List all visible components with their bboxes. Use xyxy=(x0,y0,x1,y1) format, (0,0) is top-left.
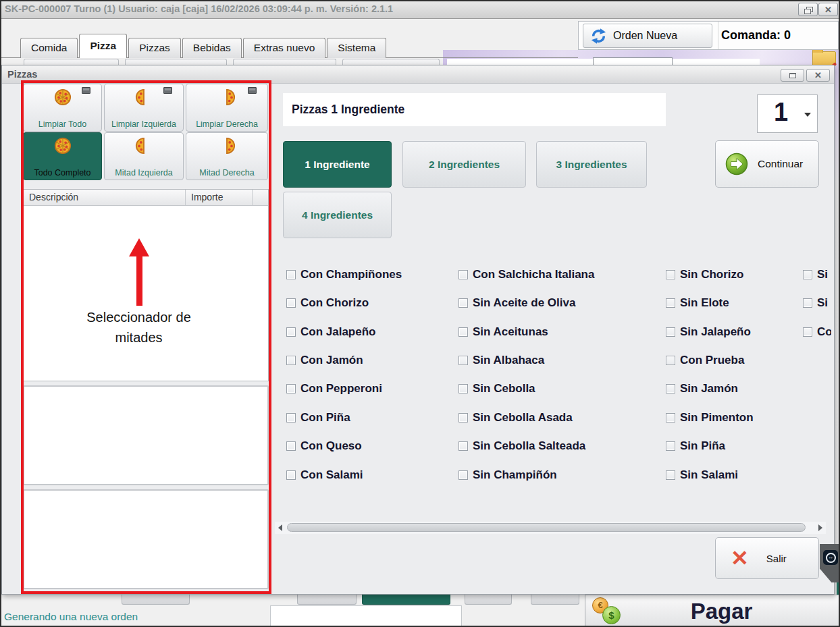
ingredient-checkbox-item[interactable]: Si xyxy=(803,296,831,310)
ingredient-checkbox-item[interactable]: Con Salami xyxy=(286,468,363,483)
checkbox-icon[interactable] xyxy=(666,327,675,337)
category-tab-2-ingredientes[interactable]: 2 Ingredientes xyxy=(402,141,526,188)
todo-completo-button[interactable]: Todo Completo xyxy=(23,132,102,180)
orden-nueva-label: Orden Nueva xyxy=(613,30,677,42)
checkbox-icon[interactable] xyxy=(286,470,296,480)
ingredient-checkbox-item[interactable]: Sin Aceitunas xyxy=(458,325,548,339)
order-items-table[interactable]: Descripción Importe xyxy=(23,189,269,381)
ingredient-checkbox-item[interactable]: Co xyxy=(803,325,831,339)
category-tab-3-ingredientes[interactable]: 3 Ingredientes xyxy=(536,141,647,188)
checkbox-icon[interactable] xyxy=(286,384,296,393)
tab-comida[interactable]: Comida xyxy=(20,38,78,58)
checkbox-icon[interactable] xyxy=(286,441,296,451)
tab-pizzas[interactable]: Pizzas xyxy=(128,38,181,58)
mitad-derecha-button[interactable]: Mitad Derecha xyxy=(186,132,268,180)
checkbox-icon[interactable] xyxy=(666,441,675,451)
horizontal-scrollbar[interactable] xyxy=(275,522,826,534)
scrollbar-thumb[interactable] xyxy=(287,523,806,532)
ingredient-checkbox-item[interactable]: Sin Aceite de Oliva xyxy=(458,296,575,310)
checkbox-icon[interactable] xyxy=(666,384,675,393)
ingredient-checkbox-item[interactable]: Con Champiñones xyxy=(286,267,402,282)
checkbox-icon[interactable] xyxy=(666,270,675,279)
ingredient-checkbox-item[interactable]: Con Queso xyxy=(286,439,362,454)
mitad-izquierda-button[interactable]: Mitad Izquierda xyxy=(104,132,184,180)
ingredient-checkbox-item[interactable]: Con Jalapeño xyxy=(286,325,375,339)
quantity-dropdown[interactable]: 1 xyxy=(757,94,818,133)
ingredient-checkbox-item[interactable]: Sin Cebolla Salteada xyxy=(458,439,585,454)
scroll-right-arrow[interactable] xyxy=(815,522,826,534)
tab-bebidas[interactable]: Bebidas xyxy=(182,38,242,58)
column-header-extra xyxy=(253,190,268,205)
checkbox-icon[interactable] xyxy=(458,470,468,480)
orden-nueva-button[interactable]: Orden Nueva xyxy=(583,24,712,48)
ingredient-checkbox-item[interactable]: Con Pepperoni xyxy=(286,381,382,396)
window-restore-button[interactable] xyxy=(798,3,818,16)
ingredient-label: Sin Cebolla Asada xyxy=(473,411,573,425)
tab-sistema[interactable]: Sistema xyxy=(327,38,386,58)
checkbox-icon[interactable] xyxy=(286,270,296,279)
tab-extras-nuevo[interactable]: Extras nuevo xyxy=(243,38,325,58)
checkbox-icon[interactable] xyxy=(458,356,468,365)
tab-pizza[interactable]: Pizza xyxy=(79,34,127,58)
ingredient-checkbox-item[interactable]: Con Piña xyxy=(286,410,350,425)
ingredient-checkbox-item[interactable]: Sin Jamón xyxy=(666,381,738,396)
ingredient-checkbox-item[interactable]: Sin Champiñón xyxy=(458,468,557,483)
left-half-list-box[interactable] xyxy=(23,385,269,485)
dialog-close-button[interactable]: ✕ xyxy=(806,69,830,82)
ingredient-checkbox-item[interactable]: Sin Chorizo xyxy=(666,267,743,282)
ingredient-checkbox-item[interactable]: Con Jamón xyxy=(286,353,363,368)
ingredient-checkbox-item[interactable]: Sin Salami xyxy=(666,468,738,483)
chevron-down-icon[interactable] xyxy=(804,113,811,117)
right-half-list-box[interactable] xyxy=(23,489,269,589)
checkbox-icon[interactable] xyxy=(286,327,296,337)
ingredient-checkbox-item[interactable]: Con Salchicha Italiana xyxy=(458,267,594,282)
dialog-maximize-button[interactable] xyxy=(781,69,804,82)
limpiar-izquierda-button[interactable]: Limpiar Izquierda xyxy=(104,84,184,132)
ingredient-label: Sin Cebolla xyxy=(473,382,535,396)
checkbox-icon[interactable] xyxy=(458,441,468,451)
column-header-importe[interactable]: Importe xyxy=(186,190,253,205)
column-header-descripcion[interactable]: Descripción xyxy=(24,190,186,205)
ingredient-checkbox-item[interactable]: Con Prueba xyxy=(666,353,744,368)
checkbox-icon[interactable] xyxy=(286,298,296,308)
pagar-button[interactable]: € $ Pagar xyxy=(585,595,840,627)
checkbox-icon[interactable] xyxy=(286,356,296,365)
folder-edit-icon[interactable] xyxy=(812,51,836,66)
checkbox-icon[interactable] xyxy=(666,413,675,422)
checkbox-icon[interactable] xyxy=(666,298,675,308)
scrollbar-track[interactable] xyxy=(286,523,815,533)
ingredient-label: Sin Aceite de Oliva xyxy=(473,296,575,310)
window-close-button[interactable]: ✕ xyxy=(818,3,838,16)
category-tab-1-ingrediente[interactable]: 1 Ingrediente xyxy=(283,141,392,188)
ingredient-checkbox-item[interactable]: Sin Pimenton xyxy=(666,410,754,425)
checkbox-icon[interactable] xyxy=(666,470,675,480)
ingredient-checkbox-item[interactable]: Sin Cebolla Asada xyxy=(458,410,573,425)
ingredient-label: Sin Pimenton xyxy=(680,411,754,425)
ingredient-checkbox-item[interactable]: Sin Cebolla xyxy=(458,381,535,396)
checkbox-icon[interactable] xyxy=(458,413,468,422)
background-panel-edge xyxy=(835,50,840,595)
checkbox-icon[interactable] xyxy=(458,327,468,337)
ingredient-checkbox-item[interactable]: Sin Albahaca xyxy=(458,353,544,368)
pizza-full-icon xyxy=(54,137,72,157)
ingredient-checkbox-item[interactable]: Sin Piña xyxy=(666,439,725,454)
scroll-left-arrow[interactable] xyxy=(275,522,286,534)
ingredient-checkbox-item[interactable]: Sin Elote xyxy=(666,296,729,310)
checkbox-icon[interactable] xyxy=(286,413,296,422)
limpiar-todo-button[interactable]: Limpiar Todo xyxy=(23,84,102,132)
checkbox-icon[interactable] xyxy=(458,384,468,393)
ingredient-checkbox-item[interactable]: Si xyxy=(803,267,831,282)
salir-button[interactable]: ✕ Salir xyxy=(715,537,819,579)
checkbox-icon[interactable] xyxy=(666,356,675,365)
checkbox-icon[interactable] xyxy=(803,327,812,337)
ingredient-checkbox-item[interactable]: Sin Jalapeño xyxy=(666,325,751,339)
checkbox-icon[interactable] xyxy=(803,270,812,279)
quantity-value: 1 xyxy=(774,98,788,127)
ingredient-checkbox-item[interactable]: Con Chorizo xyxy=(286,296,369,310)
category-tab-4-ingredientes[interactable]: 4 Ingredientes xyxy=(283,192,392,238)
continuar-button[interactable]: Continuar xyxy=(715,140,819,188)
checkbox-icon[interactable] xyxy=(458,298,468,308)
checkbox-icon[interactable] xyxy=(803,298,812,308)
limpiar-derecha-button[interactable]: Limpiar Derecha xyxy=(186,84,268,132)
checkbox-icon[interactable] xyxy=(458,270,468,279)
